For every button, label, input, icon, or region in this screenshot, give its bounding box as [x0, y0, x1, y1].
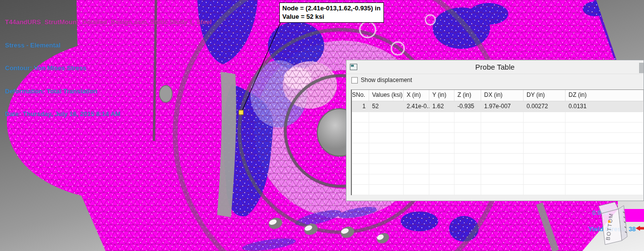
grid-cell — [352, 185, 369, 195]
grid-cell — [429, 112, 455, 122]
view-orientation-cube[interactable]: BOTTOM — [595, 199, 644, 251]
grid-cell — [566, 154, 644, 164]
grid-cell — [455, 154, 481, 164]
grid-cell — [404, 133, 429, 143]
grid-cell — [352, 133, 369, 143]
grid-cell — [369, 133, 404, 143]
grid-cell — [404, 185, 429, 195]
column-header[interactable]: Z (in) — [455, 90, 481, 101]
probe-table-titlebar[interactable]: Probe Table — [346, 60, 644, 74]
grid-cell — [404, 174, 429, 184]
probe-tooltip-node: Node = (2.41e-013,1.62,-0.935) in — [282, 4, 380, 12]
probe-results-grid: SNo.Values (ksi)X (in)Y (in)Z (in)DX (in… — [351, 89, 644, 195]
grid-cell — [524, 123, 566, 132]
grid-cell — [369, 164, 404, 174]
grid-cell: 1 — [352, 101, 369, 112]
grid-cell — [566, 185, 644, 195]
grid-cell — [524, 164, 566, 174]
empty-grid-row — [352, 143, 644, 154]
grid-cell — [352, 123, 369, 132]
deformation-line: Deformation: Total Translation — [5, 87, 212, 95]
probe-marker[interactable] — [239, 110, 243, 115]
grid-cell — [352, 164, 369, 174]
grid-cell — [404, 112, 429, 122]
empty-grid-row — [352, 185, 644, 195]
column-header[interactable]: X (in) — [404, 90, 429, 101]
date-line: Date: Thursday, July 16, 2015 8:14 AM — [5, 110, 212, 118]
grid-cell — [352, 174, 369, 184]
probe-table-window: Probe Table Show displacement SNo.Values… — [346, 60, 644, 201]
probe-tooltip-value: Value = 52 ksi — [282, 12, 380, 21]
grid-cell — [481, 143, 524, 153]
grid-cell: 52 — [369, 101, 404, 112]
grid-cell — [481, 154, 524, 164]
column-header[interactable]: Values (ksi) — [369, 90, 404, 101]
probe-table-title: Probe Table — [346, 63, 644, 71]
grid-cell — [481, 133, 524, 143]
grid-cell: -0.935 — [455, 101, 481, 112]
column-header[interactable]: Y (in) — [429, 90, 455, 101]
grid-cell — [352, 143, 369, 153]
model-title-line: T44andURS_StrutMount_Detailed_Design.asm… — [5, 18, 212, 26]
result-type-line: Stress - Elemental — [5, 42, 212, 49]
grid-cell: 2.41e-0... — [404, 101, 429, 112]
column-header[interactable]: SNo. — [352, 90, 369, 101]
grid-cell — [404, 164, 429, 174]
grid-cell: 1.97e-007 — [481, 101, 524, 112]
contour-line: Contour: Von Mises Stress — [5, 64, 212, 72]
grid-cell — [455, 143, 481, 153]
grid-cell — [524, 112, 566, 122]
grid-cell — [369, 185, 404, 195]
grid-cell — [455, 133, 481, 143]
empty-grid-row — [352, 164, 644, 174]
show-displacement-label: Show displacement — [361, 77, 412, 84]
grid-cell — [429, 164, 455, 174]
empty-grid-row — [352, 123, 644, 133]
grid-cell — [404, 143, 429, 153]
grid-cell — [481, 123, 524, 132]
grid-cell — [455, 185, 481, 195]
show-displacement-checkbox[interactable] — [351, 77, 358, 84]
grid-cell — [429, 143, 455, 153]
cube-origin-marker — [608, 220, 610, 223]
grid-cell — [455, 112, 481, 122]
grid-cell — [481, 174, 524, 184]
grid-cell — [369, 123, 404, 132]
grid-cell — [566, 143, 644, 153]
grid-cell — [566, 164, 644, 174]
grid-cell — [524, 185, 566, 195]
window-edge-button[interactable] — [639, 63, 644, 73]
grid-cell — [429, 133, 455, 143]
grid-cell — [566, 112, 644, 122]
empty-grid-row — [352, 154, 644, 164]
probe-tooltip: Node = (2.41e-013,1.62,-0.935) in Value … — [279, 2, 384, 23]
column-header[interactable]: DY (in) — [524, 90, 566, 101]
grid-cell — [352, 112, 369, 122]
grid-cell — [524, 143, 566, 153]
grid-cell — [566, 123, 644, 132]
grid-cell — [429, 185, 455, 195]
empty-grid-row — [352, 112, 644, 123]
empty-grid-row — [352, 174, 644, 185]
column-header[interactable]: DX (in) — [481, 90, 524, 101]
grid-cell — [481, 164, 524, 174]
grid-cell — [404, 123, 429, 132]
grid-cell — [481, 112, 524, 122]
grid-cell — [369, 154, 404, 164]
grid-cell — [429, 123, 455, 132]
grid-header-row: SNo.Values (ksi)X (in)Y (in)Z (in)DX (in… — [352, 90, 644, 101]
grid-cell — [455, 123, 481, 132]
grid-cell: 1.62 — [429, 101, 455, 112]
result-info-overlay: T44andURS_StrutMount_Detailed_Design.asm… — [5, 3, 212, 126]
grid-cell — [481, 185, 524, 195]
grid-cell — [566, 133, 644, 143]
grid-cell — [404, 154, 429, 164]
probe-result-row[interactable]: 1522.41e-0...1.62-0.9351.97e-0070.002720… — [352, 101, 644, 112]
grid-cell — [429, 174, 455, 184]
grid-cell: 0.0131 — [566, 101, 644, 112]
grid-cell — [524, 154, 566, 164]
column-header[interactable]: DZ (in) — [566, 90, 644, 101]
grid-cell — [524, 174, 566, 184]
grid-cell — [369, 112, 404, 122]
grid-cell — [455, 174, 481, 184]
